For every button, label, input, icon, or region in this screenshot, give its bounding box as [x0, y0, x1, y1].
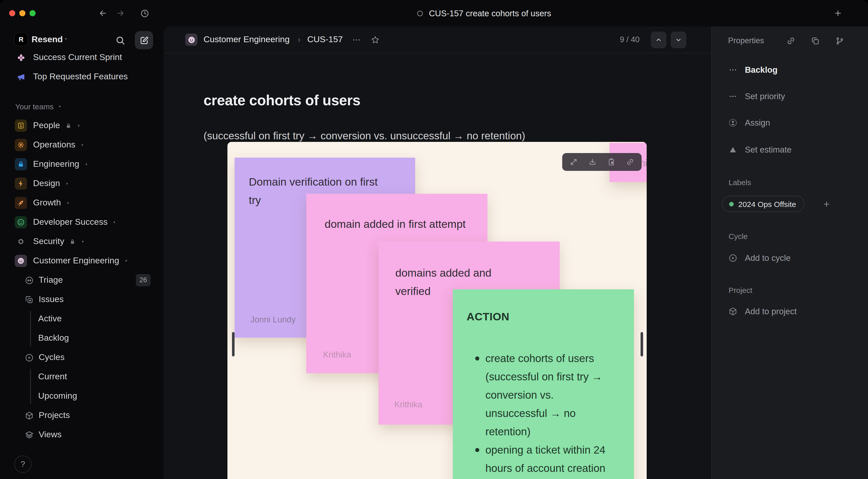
- sidebar-item-views[interactable]: Views: [0, 425, 164, 444]
- sidebar-item-cycles[interactable]: Cycles: [0, 348, 164, 367]
- chevron-up-icon: [655, 36, 662, 43]
- sidebar-item-issues[interactable]: Issues: [0, 290, 164, 309]
- sidebar-item-projects[interactable]: Projects: [0, 406, 164, 425]
- project-cube-icon: [728, 307, 738, 316]
- copy-link-button[interactable]: [786, 36, 796, 46]
- property-status[interactable]: Backlog: [728, 61, 777, 79]
- breadcrumb-team[interactable]: Customer Engineering: [204, 35, 289, 45]
- chevron-right-icon[interactable]: [81, 239, 86, 244]
- expand-icon[interactable]: [568, 157, 579, 167]
- workspace-logo[interactable]: R: [15, 33, 28, 46]
- chevron-right-icon[interactable]: [76, 123, 82, 128]
- image-resize-handle-left[interactable]: [232, 332, 235, 356]
- add-label-button[interactable]: [820, 197, 833, 211]
- sticky-note-text: domain added in first attempt: [324, 215, 468, 233]
- engineering-icon: [15, 158, 27, 170]
- issues-icon: [23, 293, 35, 306]
- minimize-window-button[interactable]: [19, 10, 25, 16]
- your-teams-label: Your teams: [15, 102, 54, 110]
- growth-icon: [15, 197, 27, 209]
- sticky-note-green-action: ACTION create cohorts of users (successf…: [453, 289, 634, 479]
- add-to-project-button[interactable]: Add to project: [728, 302, 797, 320]
- priority-dashes: [728, 91, 738, 101]
- chevron-down-icon: [64, 37, 68, 41]
- sidebar-item-upcoming[interactable]: Upcoming: [0, 386, 164, 406]
- customer-engineering-icon: [15, 255, 27, 267]
- design-icon: [15, 178, 27, 190]
- sidebar-item-people[interactable]: People: [0, 116, 164, 135]
- window-tab[interactable]: CUS-157 create cohorts of users: [416, 0, 551, 26]
- sticky-note-bullets: create cohorts of users (successful on f…: [486, 349, 611, 477]
- sidebar-item-engineering[interactable]: Engineering: [0, 155, 164, 174]
- sidebar-item-your-teams[interactable]: Your teams: [0, 97, 164, 116]
- sidebar-item-customer-engineering[interactable]: Customer Engineering: [0, 251, 164, 270]
- label-text: 2024 Ops Offsite: [738, 199, 796, 208]
- forward-button[interactable]: [116, 9, 125, 18]
- chevron-right-icon[interactable]: [80, 142, 85, 148]
- bullet-item: opening a ticket within 24 hours of acco…: [486, 441, 611, 477]
- history-clock-button[interactable]: [140, 9, 149, 18]
- workspace-name[interactable]: Resend: [32, 35, 63, 45]
- cycles-icon: [23, 351, 35, 363]
- pager-position: 9 / 40: [620, 35, 640, 44]
- main-panel: Customer Engineering › CUS-157 9 / 40 cr…: [164, 26, 868, 479]
- link-icon[interactable]: [625, 157, 635, 167]
- sticky-note-author: Krithika: [394, 400, 422, 409]
- download-icon[interactable]: [587, 157, 597, 167]
- favorite-star-button[interactable]: [370, 35, 380, 44]
- issue-description-line[interactable]: (successful on first try → conversion vs…: [204, 129, 525, 141]
- image-resize-handle-right[interactable]: [641, 332, 643, 356]
- sidebar-item-current[interactable]: Current: [0, 367, 164, 386]
- projects-icon: [23, 409, 35, 421]
- chevron-right-icon[interactable]: [112, 220, 117, 225]
- bullet-item: create cohorts of users (successful on f…: [486, 349, 611, 441]
- backlog-status-icon: [416, 9, 424, 17]
- sidebar-item-backlog[interactable]: Backlog: [0, 328, 164, 348]
- search-button[interactable]: [115, 35, 126, 46]
- sidebar-item-success-current-sprint[interactable]: Success Current Sprint: [0, 48, 164, 67]
- clipboard-icon[interactable]: [606, 157, 616, 167]
- sidebar-item-design[interactable]: Design: [0, 174, 164, 193]
- chevron-right-icon[interactable]: [66, 200, 71, 205]
- sidebar-item-top-requested-features[interactable]: Top Requested Features: [0, 67, 164, 87]
- next-issue-button[interactable]: [671, 31, 686, 48]
- duplicate-button[interactable]: [810, 36, 821, 46]
- breadcrumb-issue-id[interactable]: CUS-157: [307, 35, 343, 45]
- sidebar-item-triage[interactable]: Triage26: [0, 270, 164, 290]
- previous-issue-button[interactable]: [651, 31, 666, 48]
- chevron-right-icon[interactable]: [84, 162, 89, 167]
- titlebar: CUS-157 create cohorts of users: [0, 0, 868, 26]
- cycle-section-header: Cycle: [728, 232, 748, 241]
- property-assignee[interactable]: Assign: [728, 114, 770, 132]
- new-tab-button[interactable]: [833, 9, 843, 18]
- property-priority[interactable]: Set priority: [728, 87, 785, 105]
- back-button[interactable]: [98, 9, 107, 18]
- new-issue-button[interactable]: [135, 31, 153, 49]
- window-title: CUS-157 create cohorts of users: [429, 8, 551, 18]
- sidebar-item-developer-success[interactable]: Developer Success: [0, 213, 164, 232]
- project-section-header: Project: [728, 286, 752, 294]
- labels-section-header: Labels: [728, 178, 751, 187]
- issue-title[interactable]: create cohorts of users: [204, 92, 361, 109]
- sidebar-item-operations[interactable]: Operations: [0, 135, 164, 155]
- git-branch-button[interactable]: [835, 36, 845, 46]
- sidebar-item-security[interactable]: Security: [0, 232, 164, 251]
- close-window-button[interactable]: [9, 10, 15, 16]
- sidebar-item-growth[interactable]: Growth: [0, 193, 164, 213]
- help-button[interactable]: ?: [14, 456, 32, 473]
- add-to-cycle-button[interactable]: Add to cycle: [728, 249, 790, 267]
- assign-person: [728, 118, 738, 127]
- properties-title: Properties: [728, 36, 764, 45]
- properties-panel: Properties BacklogSet priorityAssignSet …: [711, 26, 868, 479]
- issue-view: Customer Engineering › CUS-157 9 / 40 cr…: [164, 26, 711, 479]
- chevron-right-icon[interactable]: [65, 181, 70, 186]
- breadcrumb-separator: ›: [298, 35, 301, 45]
- chevron-down-icon: [675, 36, 682, 43]
- zoom-window-button[interactable]: [30, 10, 36, 16]
- chevron-down-icon[interactable]: [124, 258, 129, 263]
- sidebar-item-active[interactable]: Active: [0, 309, 164, 328]
- more-actions-button[interactable]: [351, 35, 361, 44]
- property-estimate[interactable]: Set estimate: [728, 140, 792, 159]
- attachment-whiteboard-image[interactable]: Domain verification on first try Jonni L…: [227, 142, 647, 479]
- label-2024-ops-offsite[interactable]: 2024 Ops Offsite: [722, 196, 804, 212]
